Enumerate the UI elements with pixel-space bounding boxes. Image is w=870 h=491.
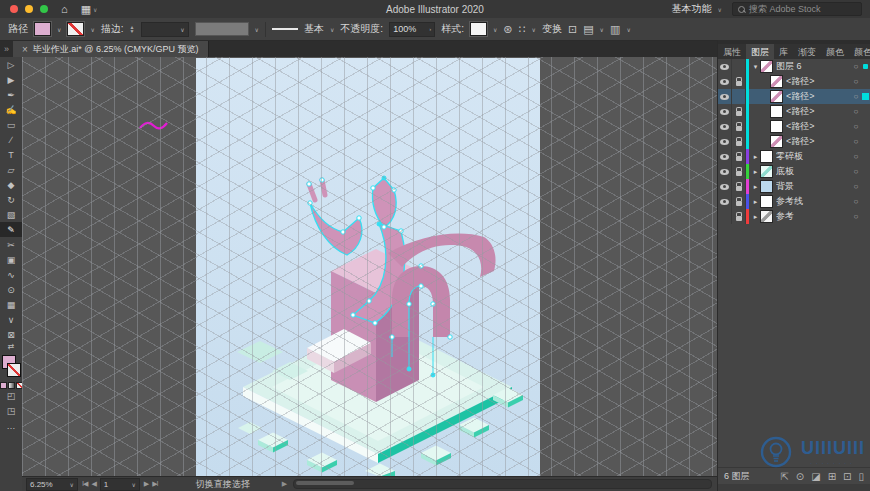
layer-row[interactable]: ▸ 参考线 ○ [718,194,870,209]
lock-toggle[interactable] [732,194,746,209]
gradient-tool[interactable]: ▧ [0,207,22,222]
close-window-button[interactable] [10,5,18,13]
expand-arrow-icon[interactable]: ▸ [751,213,760,221]
lock-toggle[interactable] [732,104,746,119]
chevron-down-icon[interactable]: ∨ [330,26,334,33]
layer-name[interactable]: 零碎板 [776,150,851,163]
zoom-level-select[interactable]: 6.25% ∨ [26,478,78,491]
target-circle-icon[interactable]: ○ [851,137,861,146]
edit-toolbar-icon[interactable]: … [7,421,16,434]
layer-thumbnail[interactable] [770,105,783,118]
zoom-tool[interactable]: ⊙ [0,282,22,297]
next-artboard-icon[interactable]: ▶ [144,480,148,488]
visibility-toggle[interactable] [718,194,732,209]
layer-thumbnail[interactable] [770,135,783,148]
drawing-modes-icon[interactable]: ◰ [7,391,16,404]
horizontal-scrollbar[interactable] [293,479,712,489]
stroke-color-swatch[interactable] [67,22,84,36]
more-options-icon[interactable]: ▥ [610,23,620,36]
visibility-toggle[interactable] [718,59,732,74]
new-sublayer-icon[interactable]: ⊞ [828,471,836,482]
stroke-weight-stepper[interactable]: ▲ ▼ [130,25,135,33]
gradient-mode-icon[interactable] [8,382,15,389]
layer-row[interactable]: ▾ 图层 6 ○ [718,59,870,74]
graphic-style-swatch[interactable] [470,22,487,36]
layer-name[interactable]: <路径> [786,75,851,88]
layer-thumbnail[interactable] [770,90,783,103]
artboard-tool[interactable]: ▦ [0,297,22,312]
prev-artboard-icon[interactable]: ◀ [91,480,95,488]
lock-toggle[interactable] [732,74,746,89]
new-layer-icon[interactable]: ⊡ [843,471,851,482]
eyedropper-tool[interactable]: ✎ [0,222,22,237]
target-circle-icon[interactable]: ○ [851,152,861,161]
rotate-tool[interactable]: ↻ [0,192,22,207]
lock-toggle[interactable] [732,59,746,74]
layer-row[interactable]: <路径> ○ [718,74,870,89]
layer-name[interactable]: <路径> [786,90,851,103]
layer-thumbnail[interactable] [760,165,773,178]
expand-arrow-icon[interactable]: ▾ [751,63,760,71]
lock-toggle[interactable] [732,164,746,179]
brush-definition-label[interactable]: 基本 [304,22,324,36]
selection-indicator[interactable] [861,64,870,69]
layer-name[interactable]: 参考 [776,210,851,223]
direct-selection-tool[interactable]: ▷ [0,57,22,72]
layer-name[interactable]: 图层 6 [776,60,851,73]
stepper-down-icon[interactable]: ▼ [130,29,135,33]
chevron-down-icon[interactable]: ∨ [90,26,94,33]
clipping-mask-icon[interactable]: ◪ [811,471,820,482]
recolor-artwork-icon[interactable]: ⊛ [503,23,512,36]
blend-tool[interactable]: ▣ [0,252,22,267]
target-circle-icon[interactable]: ○ [851,77,861,86]
panel-tab-颜色[interactable]: 颜色 [821,44,849,59]
chevron-down-icon[interactable]: ∨ [255,26,259,33]
width-tool[interactable]: ∨ [0,312,22,327]
selection-tool[interactable]: ▶ [0,72,22,87]
locate-object-icon[interactable]: ⊙ [796,471,804,482]
expand-arrow-icon[interactable]: ▸ [751,198,760,206]
target-circle-icon[interactable]: ○ [851,197,861,206]
lock-toggle[interactable] [732,179,746,194]
color-mode-icon[interactable] [0,382,7,389]
free-transform-tool[interactable]: ▱ [0,162,22,177]
layer-name[interactable]: 背景 [776,180,851,193]
panel-tab-属性[interactable]: 属性 [718,44,746,59]
swap-fill-stroke-icon[interactable]: ⇄ [8,342,15,354]
panel-tab-颜色参[interactable]: 颜色参 [849,44,870,59]
last-artboard-icon[interactable]: ▶Ⅰ [152,480,157,488]
target-circle-icon[interactable]: ○ [851,92,861,101]
selection-indicator[interactable] [861,93,870,100]
visibility-toggle[interactable] [718,74,732,89]
status-options-icon[interactable]: ▶ [282,480,287,488]
lock-toggle[interactable] [732,119,746,134]
layer-row[interactable]: ▸ 底板 ○ [718,164,870,179]
layer-name[interactable]: <路径> [786,120,851,133]
knife-tool[interactable]: ◆ [0,177,22,192]
expand-arrow-icon[interactable]: ▸ [751,168,760,176]
layout-icon[interactable]: ▦ [81,0,91,18]
collect-export-icon[interactable]: ⇱ [780,471,788,482]
close-tab-icon[interactable]: × [22,44,28,55]
first-artboard-icon[interactable]: Ⅰ◀ [82,480,87,488]
target-circle-icon[interactable]: ○ [851,62,861,71]
perspective-grid-tool[interactable]: ⊠ [0,327,22,342]
layer-thumbnail[interactable] [760,60,773,73]
chevron-down-icon[interactable]: ∨ [532,26,536,33]
layer-thumbnail[interactable] [770,120,783,133]
layer-name[interactable]: <路径> [786,105,851,118]
visibility-toggle[interactable] [718,119,732,134]
layer-thumbnail[interactable] [760,150,773,163]
expand-arrow-icon[interactable]: ▸ [751,153,760,161]
layer-name[interactable]: 参考线 [776,195,851,208]
rectangle-tool[interactable]: ▭ [0,117,22,132]
pen-tool[interactable]: ✒ [0,87,22,102]
symbol-sprayer-tool[interactable]: ∿ [0,267,22,282]
stroke-weight-select[interactable]: ∨ [141,22,189,37]
layer-row[interactable]: <路径> ○ [718,104,870,119]
layer-name[interactable]: 底板 [776,165,851,178]
layer-row[interactable]: ▸ 背景 ○ [718,179,870,194]
type-tool[interactable]: T [0,147,22,162]
width-profile-select[interactable] [195,22,249,36]
artboard-number-select[interactable]: 1 ∨ [100,478,140,491]
